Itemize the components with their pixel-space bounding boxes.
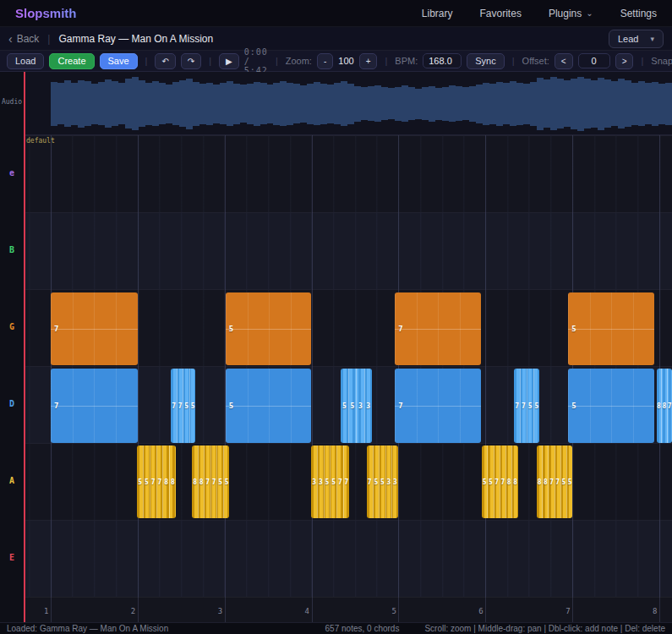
note-grid[interactable] [24,135,672,597]
waveform-bar [254,82,260,126]
app-root: Slopsmith Library Favorites Plugins⌄ Set… [0,0,672,634]
zoom-out-button[interactable]: - [317,53,333,69]
offset-input[interactable] [578,53,610,68]
status-bar: Loaded: Gamma Ray — Man On A Mission 657… [0,622,672,634]
waveform-bar [516,83,523,125]
note-run-A-887755[interactable]: 887755 [537,445,572,518]
nav-library[interactable]: Library [422,8,453,19]
sync-button[interactable]: Sync [467,53,504,69]
divider: | [145,56,148,66]
note-sustain-G-5[interactable]: 5 [568,292,654,365]
note-run-A-887755[interactable]: 887755 [192,445,229,518]
note-run-segment: 5 [223,445,230,518]
chevron-left-icon: ‹ [8,35,13,43]
nav-plugins[interactable]: Plugins⌄ [549,8,593,19]
note-sustain-G-5[interactable]: 5 [226,292,312,365]
divider: | [385,56,387,66]
ruler-measure-number: 2 [131,607,135,615]
waveform-bar [442,87,449,121]
waveform-bar [388,88,395,119]
note-sustain-D-5[interactable]: 5 [568,369,654,443]
note-run-segment: 5 [379,445,385,518]
grid-row-e[interactable] [24,135,672,212]
nav-settings[interactable]: Settings [620,8,657,19]
note-fret-label: 7 [54,325,58,333]
note-run-segment: 5 [341,369,347,443]
grid-row-E[interactable] [24,520,672,597]
track-type-select[interactable]: Lead ▾ [609,30,664,48]
waveform-bar [564,80,571,127]
waveform-bar [496,82,503,126]
waveform-bar [523,84,530,124]
status-note-count: 657 notes, 0 chords [325,624,400,633]
measure-line [312,135,313,622]
waveform-bar [186,79,193,129]
note-run-segment: 7 [494,445,500,518]
note-run-A-335577[interactable]: 335577 [311,445,349,518]
create-button[interactable]: Create [49,53,94,69]
waveform-bar [402,85,408,122]
waveform-bar [341,81,347,126]
playhead[interactable] [24,72,25,622]
note-run-A-557788[interactable]: 557788 [482,445,518,518]
waveform-bar [476,85,483,123]
divider: | [209,56,211,66]
back-button[interactable]: ‹ Back [8,33,39,45]
note-run-A-557788[interactable]: 557788 [137,445,175,518]
offset-prev-button[interactable]: < [555,53,573,69]
audio-waveform[interactable] [51,74,672,134]
note-sustain-G-7[interactable]: 7 [51,292,138,365]
measure-ruler[interactable]: 12345678 [24,597,672,622]
audio-track-lane[interactable] [24,72,672,135]
note-run-segment: 8 [511,445,517,518]
bpm-input[interactable] [423,53,462,68]
note-run-D-887[interactable]: 887 [657,369,672,443]
waveform-bar [220,83,227,124]
ruler-measure-number: 5 [391,607,396,615]
note-sustain-G-7[interactable]: 7 [395,292,480,365]
zoom-in-button[interactable]: + [359,53,378,69]
region-label: default [26,137,55,145]
waveform-bar [273,83,280,125]
waveform-bar [152,81,159,126]
waveform-bar [591,80,598,128]
note-run-D-7755[interactable]: 7755 [514,369,539,443]
note-run-segment: 5 [560,445,566,518]
load-button[interactable]: Load [7,53,44,69]
nav-favorites[interactable]: Favorites [480,8,522,19]
undo-button[interactable]: ↶ [155,53,175,69]
string-label-E: E [0,553,24,562]
note-run-segment: 3 [356,369,363,443]
note-run-D-5533[interactable]: 5533 [341,369,372,443]
waveform-bar [550,77,557,130]
waveform-bar [415,89,422,119]
waveform-bar [456,86,462,121]
string-label-D: D [0,399,24,408]
redo-button[interactable]: ↷ [181,53,201,69]
save-button[interactable]: Save [100,53,138,69]
waveform-bar [395,87,402,121]
note-run-segment: 5 [348,369,356,443]
note-run-segment: 7 [555,445,560,518]
waveform-bar [537,78,544,130]
note-sustain-D-7[interactable]: 7 [395,369,480,443]
grid-row-B[interactable] [24,212,672,289]
note-run-segment: 7 [343,445,350,518]
note-sustain-D-5[interactable]: 5 [226,369,312,443]
waveform-bar [604,79,611,128]
note-run-D-7755[interactable]: 7755 [171,369,195,443]
play-button[interactable]: ▶ [219,53,239,69]
waveform-bar [179,80,186,127]
waveform-bar [598,78,604,130]
waveform-bar [618,79,625,128]
note-run-A-75533[interactable]: 75533 [367,445,398,518]
note-run-segment: 7 [204,445,210,518]
note-run-segment: 7 [150,445,156,518]
editor-canvas[interactable]: Audio eBGDAE default 7575757577555533775… [0,72,672,622]
note-run-segment: 5 [487,445,493,518]
waveform-bar [625,80,631,127]
note-sustain-D-7[interactable]: 7 [51,369,138,443]
offset-next-button[interactable]: > [615,53,634,69]
waveform-bar [159,83,166,124]
chevron-down-icon: ⌄ [586,8,593,18]
